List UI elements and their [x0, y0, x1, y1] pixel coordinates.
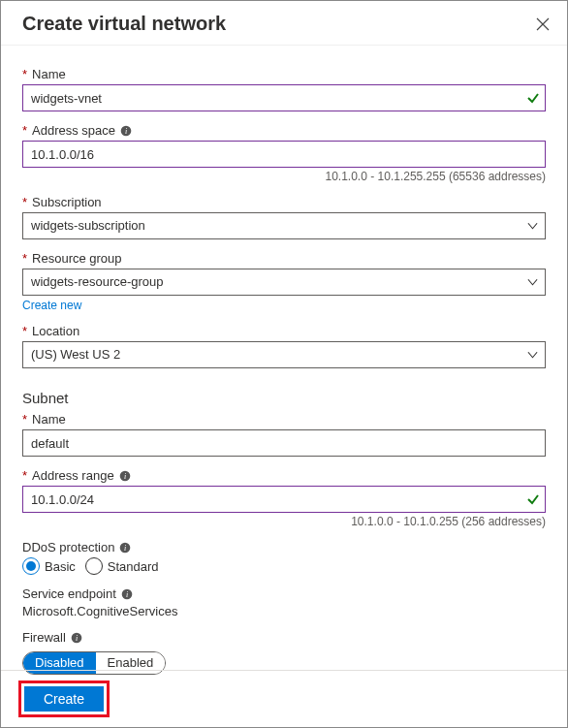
field-service-endpoint: Service endpoint i Microsoft.CognitiveSe… — [22, 586, 546, 618]
panel-footer: Create — [1, 670, 567, 727]
label-subnet-name: * Name — [22, 412, 546, 427]
check-icon — [526, 91, 540, 105]
label-resource-group: * Resource group — [22, 251, 546, 266]
subnet-heading: Subnet — [22, 390, 546, 406]
address-space-input[interactable] — [22, 141, 546, 168]
info-icon[interactable]: i — [121, 588, 133, 600]
resource-group-select[interactable]: widgets-resource-group — [22, 269, 546, 296]
create-button[interactable]: Create — [24, 686, 104, 712]
info-icon[interactable]: i — [120, 125, 132, 137]
field-resource-group: * Resource group widgets-resource-group … — [22, 251, 546, 312]
address-range-hint: 10.1.0.0 - 10.1.0.255 (256 addresses) — [22, 515, 546, 528]
label-service-endpoint: Service endpoint i — [22, 586, 546, 601]
label-address-space: * Address space i — [22, 123, 546, 138]
field-location: * Location (US) West US 2 — [22, 324, 546, 368]
service-endpoint-value: Microsoft.CognitiveServices — [22, 604, 546, 618]
field-address-space: * Address space i 10.1.0.0 - 10.1.255.25… — [22, 123, 546, 183]
radio-icon — [22, 557, 40, 575]
field-ddos: DDoS protection i Basic Standard — [22, 540, 546, 575]
info-icon[interactable]: i — [119, 542, 131, 554]
form-content: * Name * Address space i 10.1.0.0 - 10.1… — [1, 46, 567, 675]
highlight-annotation: Create — [18, 681, 110, 717]
label-address-range: * Address range i — [22, 468, 546, 483]
panel-header: Create virtual network — [1, 1, 567, 46]
radio-basic[interactable]: Basic — [22, 557, 76, 575]
address-space-hint: 10.1.0.0 - 10.1.255.255 (65536 addresses… — [22, 170, 546, 183]
svg-text:i: i — [125, 127, 127, 136]
panel-title: Create virtual network — [22, 13, 226, 35]
field-firewall: Firewall i Disabled Enabled — [22, 630, 546, 675]
field-subnet-name: * Name — [22, 412, 546, 457]
close-icon[interactable] — [536, 17, 550, 31]
info-icon[interactable]: i — [71, 632, 82, 644]
subnet-name-input[interactable] — [22, 429, 546, 457]
subscription-select[interactable]: widgets-subscription — [22, 212, 546, 239]
info-icon[interactable]: i — [119, 470, 131, 482]
label-location: * Location — [22, 324, 546, 338]
radio-standard[interactable]: Standard — [85, 557, 159, 575]
label-ddos: DDoS protection i — [22, 540, 546, 554]
check-icon — [526, 492, 540, 506]
field-subscription: * Subscription widgets-subscription — [22, 195, 546, 239]
create-new-link[interactable]: Create new — [22, 299, 81, 312]
field-name: * Name — [22, 67, 546, 111]
field-address-range: * Address range i 10.1.0.0 - 10.1.0.255 … — [22, 468, 546, 528]
radio-icon — [85, 557, 103, 575]
svg-text:i: i — [76, 634, 78, 643]
svg-text:i: i — [124, 544, 126, 553]
svg-text:i: i — [124, 472, 126, 481]
label-subscription: * Subscription — [22, 195, 546, 209]
label-name: * Name — [22, 67, 546, 81]
location-select[interactable]: (US) West US 2 — [22, 341, 546, 368]
address-range-input[interactable] — [22, 486, 546, 513]
svg-text:i: i — [126, 590, 128, 599]
name-input[interactable] — [22, 84, 546, 111]
label-firewall: Firewall i — [22, 630, 546, 645]
